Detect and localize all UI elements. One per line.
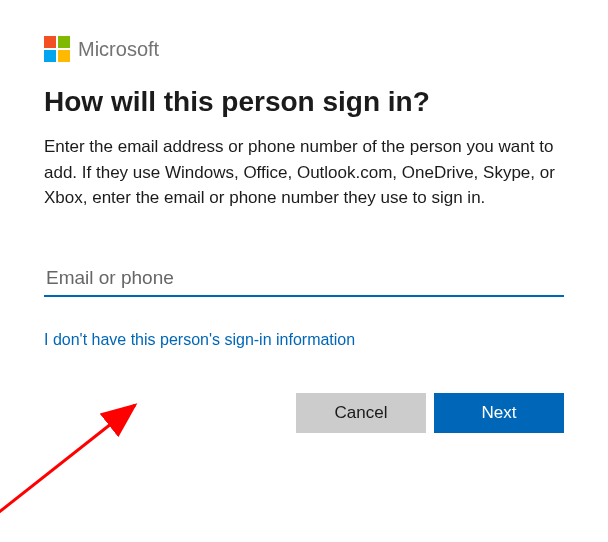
button-row: Cancel Next: [44, 393, 564, 433]
next-button[interactable]: Next: [434, 393, 564, 433]
cancel-button[interactable]: Cancel: [296, 393, 426, 433]
no-signin-info-link[interactable]: I don't have this person's sign-in infor…: [44, 331, 355, 349]
instruction-text: Enter the email address or phone number …: [44, 134, 564, 211]
microsoft-logo-icon: [44, 36, 70, 62]
brand-name: Microsoft: [78, 38, 159, 61]
email-phone-input[interactable]: [44, 261, 564, 297]
page-title: How will this person sign in?: [44, 86, 564, 118]
brand-header: Microsoft: [44, 36, 564, 62]
